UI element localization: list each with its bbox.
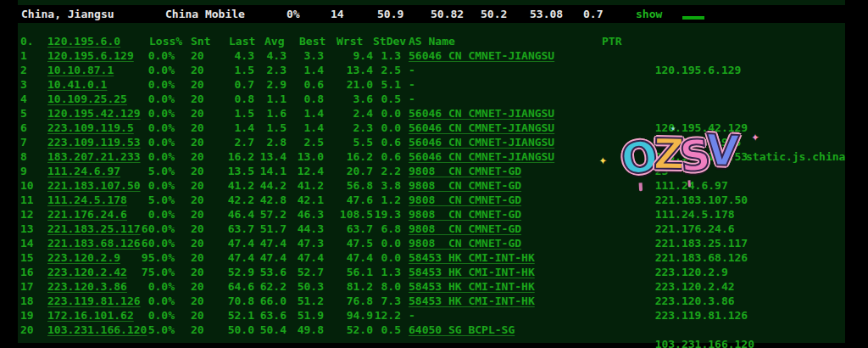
snt-cell: 20 bbox=[191, 265, 204, 279]
asn-link[interactable]: 9808 CN CMNET-GD bbox=[409, 193, 521, 207]
ip-link[interactable]: 223.120.2.42 bbox=[47, 265, 127, 279]
asn-link[interactable]: 58453 HK CMI-INT-HK bbox=[409, 250, 535, 265]
stdev-cell: 12.2 bbox=[366, 308, 401, 323]
ptr-cell: 120.195.42.129 bbox=[602, 106, 845, 121]
asn-link[interactable]: 58453 HK CMI-INT-HK bbox=[409, 265, 535, 279]
avg-cell: 44.2 bbox=[251, 178, 287, 193]
asn-link[interactable]: 56046 CN CMNET-JIANGSU bbox=[409, 48, 554, 63]
asn-link[interactable]: 58453 HK CMI-INT-HK bbox=[409, 279, 535, 294]
ip-link[interactable]: 111.24.5.178 bbox=[47, 193, 127, 207]
ip-link[interactable]: 10.109.25.25 bbox=[47, 92, 127, 106]
last-cell: 52.1 bbox=[214, 308, 254, 323]
ptr-cell: 223.109.119.5 bbox=[602, 121, 845, 135]
hop-row: 15 223.120.2.9 95.0% 20 47.4 47.4 47.4 4… bbox=[0, 250, 868, 265]
avg-cell: 1.5 bbox=[251, 121, 287, 135]
last-cell: 42.2 bbox=[214, 193, 254, 207]
asn-link[interactable]: 9808 CN CMNET-GD bbox=[409, 207, 521, 222]
snt-cell: 20 bbox=[191, 250, 204, 265]
last-cell: 13.5 bbox=[214, 164, 254, 178]
avg-cell: 66.0 bbox=[251, 294, 287, 308]
best-cell: 47.3 bbox=[288, 236, 324, 250]
asn-link[interactable]: 56046 CN CMNET-JIANGSU bbox=[409, 149, 554, 164]
ip-link[interactable]: 120.195.6.0 bbox=[47, 34, 120, 48]
last-cell: 41.2 bbox=[214, 178, 254, 193]
hop-row: 9 111.24.6.97 5.0% 20 13.5 14.1 12.4 20.… bbox=[0, 164, 868, 178]
ptr-cell: 223.120.3.86 bbox=[602, 279, 845, 294]
ip-link[interactable]: 223.109.119.5 bbox=[47, 121, 134, 135]
hop-number: 17 bbox=[20, 279, 34, 294]
col-header-asname: AS Name bbox=[409, 34, 455, 48]
hop-number: 12 bbox=[20, 207, 34, 222]
best-cell: 13.0 bbox=[288, 149, 324, 164]
ip-link[interactable]: 221.176.24.6 bbox=[47, 207, 127, 222]
ip-link[interactable]: 10.10.87.1 bbox=[47, 63, 114, 77]
stdev-cell: 0.0 bbox=[366, 236, 401, 250]
hop-number: 4 bbox=[20, 92, 27, 106]
stdev-cell: 0.0 bbox=[366, 250, 401, 265]
asn-link[interactable]: 9808 CN CMNET-GD bbox=[409, 222, 521, 236]
asn-link[interactable]: 56046 CN CMNET-JIANGSU bbox=[409, 106, 554, 121]
ip-link[interactable]: 111.24.6.97 bbox=[47, 164, 120, 178]
col-header-stdev: StDev bbox=[373, 34, 406, 48]
hop-row: 3 10.41.0.1 0.0% 20 0.7 2.9 0.6 21.0 5.1… bbox=[0, 77, 868, 92]
asn-link[interactable]: 9808 CN CMNET-GD bbox=[409, 236, 521, 250]
ptr-cell: 223.119.81.126 bbox=[602, 294, 845, 308]
snt-cell: 20 bbox=[191, 164, 204, 178]
best-cell: 0.8 bbox=[288, 92, 324, 106]
stdev-cell: 5.1 bbox=[366, 77, 401, 92]
best-cell: 44.3 bbox=[288, 222, 324, 236]
snt-cell: 20 bbox=[191, 236, 204, 250]
ip-link[interactable]: 10.41.0.1 bbox=[47, 77, 107, 92]
hop-number: 15 bbox=[20, 250, 34, 265]
stdev-cell: 1.3 bbox=[366, 265, 401, 279]
ip-link[interactable]: 223.120.3.86 bbox=[47, 279, 127, 294]
hop-row: 13 221.183.25.117 60.0% 20 63.7 51.7 44.… bbox=[0, 222, 868, 236]
hop-number: 16 bbox=[20, 265, 34, 279]
ip-link[interactable]: 223.120.2.9 bbox=[47, 250, 120, 265]
hop-number: 8 bbox=[20, 149, 27, 164]
avg-cell: 14.1 bbox=[251, 164, 287, 178]
ptr-cell: 223.120.2.9 bbox=[602, 250, 845, 265]
hop-row: 20 103.231.166.120 5.0% 20 50.0 50.4 49.… bbox=[0, 323, 868, 337]
stdev-cell: 0.6 bbox=[366, 135, 401, 149]
asn-link[interactable]: 9808 CN CMNET-GD bbox=[409, 164, 521, 178]
ip-link[interactable]: 120.195.6.129 bbox=[47, 48, 134, 63]
asn-link[interactable]: 58453 HK CMI-INT-HK bbox=[409, 294, 535, 308]
hop-row: 19 172.16.101.62 0.0% 20 52.1 63.6 51.9 … bbox=[0, 308, 868, 323]
snt-cell: 20 bbox=[191, 323, 204, 337]
last-cell: 4.3 bbox=[214, 48, 254, 63]
best-cell: 47.4 bbox=[288, 250, 324, 265]
last-cell: 50.0 bbox=[214, 323, 254, 337]
snt-cell: 20 bbox=[191, 149, 204, 164]
summary-avg: 50.82 bbox=[431, 5, 464, 23]
hop-number: 2 bbox=[20, 63, 27, 77]
avg-cell: 13.4 bbox=[251, 149, 287, 164]
ptr-cell bbox=[602, 63, 845, 77]
col-header-ptr: PTR bbox=[602, 34, 621, 48]
best-cell: 41.2 bbox=[288, 178, 324, 193]
loss-cell: 0.0% bbox=[127, 121, 175, 135]
hop-number: 5 bbox=[20, 106, 27, 121]
stdev-cell: 2.5 bbox=[366, 63, 401, 77]
col-header-snt: Snt bbox=[191, 34, 210, 48]
best-cell: 12.4 bbox=[288, 164, 324, 178]
col-header-wrst: Wrst bbox=[337, 34, 363, 48]
ptr-cell: 223.109.119.53 bbox=[602, 135, 845, 149]
asn-link[interactable]: 56046 CN CMNET-JIANGSU bbox=[409, 135, 554, 149]
last-cell: 47.4 bbox=[214, 250, 254, 265]
ip-link[interactable]: 172.16.101.62 bbox=[47, 308, 134, 323]
avg-cell: 62.2 bbox=[251, 279, 287, 294]
stdev-cell: 0.0 bbox=[366, 121, 401, 135]
stdev-cell: 7.3 bbox=[366, 294, 401, 308]
asn-link[interactable]: 64050 SG BCPL-SG bbox=[409, 323, 515, 337]
show-link[interactable]: show bbox=[636, 5, 662, 23]
best-cell: 1.4 bbox=[288, 106, 324, 121]
best-cell: 3.3 bbox=[288, 48, 324, 63]
loss-cell: 0.0% bbox=[127, 279, 175, 294]
loss-cell: 0.0% bbox=[127, 48, 175, 63]
asn-link[interactable]: 56046 CN CMNET-JIANGSU bbox=[409, 121, 554, 135]
asn-link[interactable]: 9808 CN CMNET-GD bbox=[409, 178, 521, 193]
loss-cell: 0.0% bbox=[127, 77, 175, 92]
ptr-cell: 221.183.68.126 bbox=[602, 236, 845, 250]
snt-cell: 20 bbox=[191, 207, 204, 222]
